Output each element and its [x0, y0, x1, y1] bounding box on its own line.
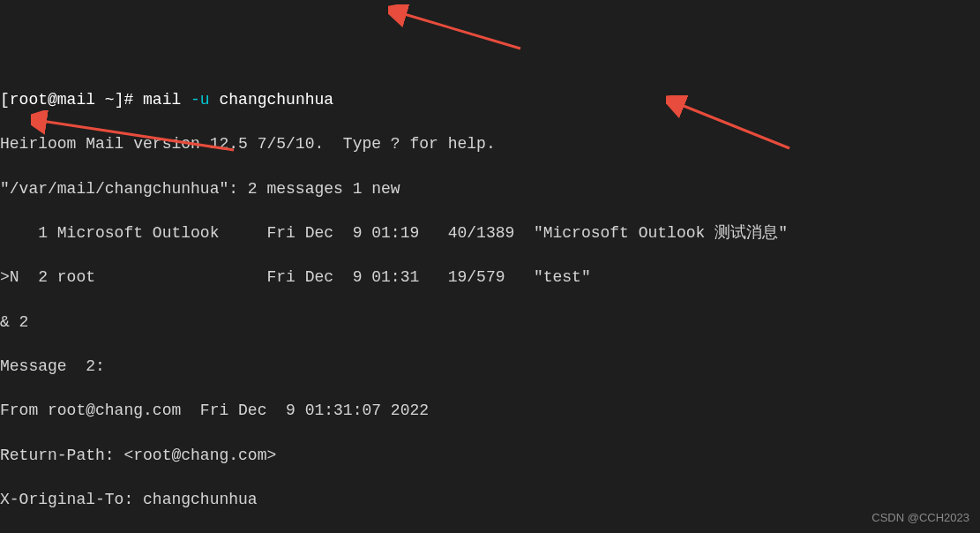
message-return-path: Return-Path: <root@chang.com> [0, 445, 980, 467]
cmd-base: mail [143, 91, 191, 109]
output-line: Heirloom Mail version 12.5 7/5/10. Type … [0, 133, 980, 155]
cmd-arg: changchunhua [210, 91, 333, 109]
svg-line-1 [401, 13, 520, 49]
annotation-arrow-icon [388, 4, 529, 57]
prompt-userhost: root@mail [10, 91, 95, 109]
message-list-row: >N 2 root Fri Dec 9 01:31 19/579 "test" [0, 266, 980, 289]
output-line: "/var/mail/changchunhua": 2 messages 1 n… [0, 178, 980, 200]
message-header: Message 2: [0, 356, 980, 378]
watermark: CSDN @CCH2023 [872, 510, 969, 526]
prompt-line: [root@mail ~]# mail -u changchunhua [0, 89, 980, 111]
prompt-open: [ [0, 91, 10, 109]
cmd-option: -u [191, 91, 210, 109]
message-from: From root@chang.com Fri Dec 9 01:31:07 2… [0, 400, 980, 422]
message-list-row: 1 Microsoft Outlook Fri Dec 9 01:19 40/1… [0, 222, 980, 244]
prompt-tilde: ~ [95, 91, 115, 109]
mail-prompt[interactable]: & 2 [0, 312, 980, 334]
message-x-original-to: X-Original-To: changchunhua [0, 489, 980, 511]
prompt-close: ]# [115, 91, 143, 109]
